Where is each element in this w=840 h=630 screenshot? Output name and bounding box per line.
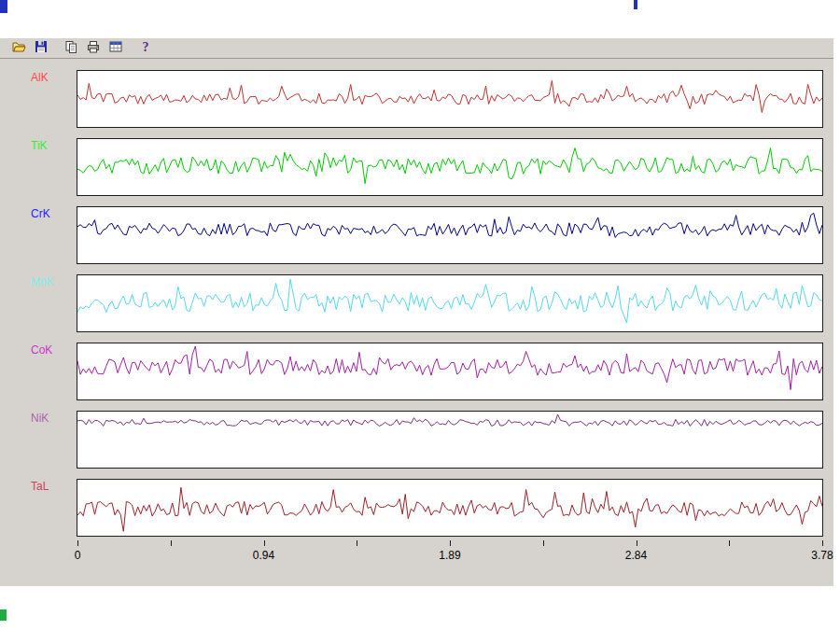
channel-label: TaL bbox=[0, 479, 77, 537]
app-window: ? AlKTiKCrKMnKCoKNiKTaL 00.941.892.843.7… bbox=[0, 0, 840, 630]
x-axis: 00.941.892.843.78 bbox=[77, 539, 822, 570]
channel-trace bbox=[77, 343, 822, 399]
axis-tick bbox=[357, 540, 357, 546]
title-fragment-mark bbox=[634, 0, 637, 9]
channel-label: CrK bbox=[0, 206, 77, 264]
channel-plot bbox=[77, 206, 823, 264]
title-fragment-icon bbox=[0, 0, 7, 13]
print-button[interactable] bbox=[83, 39, 104, 58]
bottom-margin bbox=[0, 586, 833, 630]
right-margin bbox=[833, 0, 840, 630]
channel-trace bbox=[77, 139, 822, 195]
data-table-button[interactable] bbox=[105, 39, 126, 58]
save-button[interactable] bbox=[31, 39, 51, 58]
channel-label: AlK bbox=[0, 70, 77, 128]
toolbar: ? bbox=[0, 37, 833, 59]
chart-panel: AlKTiKCrKMnKCoKNiKTaL 00.941.892.843.78 bbox=[0, 59, 833, 586]
channel-label: MnK bbox=[0, 274, 77, 332]
axis-tick bbox=[264, 540, 265, 546]
copy-icon bbox=[63, 39, 78, 57]
axis-tick bbox=[77, 540, 78, 546]
channel-row: TaL bbox=[0, 479, 823, 537]
svg-text:?: ? bbox=[143, 40, 149, 54]
channel-label: NiK bbox=[0, 411, 77, 469]
copy-button[interactable] bbox=[61, 39, 81, 58]
channel-row: MnK bbox=[0, 274, 823, 332]
axis-tick-label: 3.78 bbox=[811, 549, 833, 562]
axis-tick bbox=[450, 540, 451, 546]
channel-trace bbox=[77, 480, 822, 536]
bottom-fragment-mark bbox=[0, 609, 7, 621]
open-button[interactable] bbox=[8, 39, 29, 58]
axis-tick-label: 0 bbox=[75, 549, 81, 562]
toolbar-separator bbox=[127, 39, 134, 58]
table-icon bbox=[108, 39, 123, 57]
print-icon bbox=[86, 39, 101, 57]
channel-row: NiK bbox=[0, 411, 823, 469]
axis-tick bbox=[729, 540, 730, 546]
axis-tick bbox=[171, 540, 172, 546]
open-folder-icon bbox=[11, 39, 26, 57]
channel-label: TiK bbox=[0, 138, 77, 196]
channel-plot bbox=[77, 479, 823, 537]
help-button[interactable]: ? bbox=[135, 39, 156, 58]
channel-row: AlK bbox=[0, 70, 823, 128]
channel-rows: AlKTiKCrKMnKCoKNiKTaL bbox=[0, 70, 823, 547]
toolbar-separator bbox=[52, 39, 60, 58]
channel-trace bbox=[77, 275, 822, 331]
channel-plot bbox=[77, 274, 823, 332]
save-icon bbox=[34, 39, 49, 57]
channel-trace bbox=[77, 71, 822, 127]
channel-plot bbox=[77, 70, 823, 128]
help-icon: ? bbox=[138, 39, 153, 57]
channel-plot bbox=[77, 411, 823, 469]
channel-plot bbox=[77, 138, 823, 196]
axis-tick-label: 1.89 bbox=[439, 549, 460, 562]
axis-tick-label: 2.84 bbox=[625, 549, 647, 562]
axis-tick-label: 0.94 bbox=[253, 549, 274, 562]
channel-plot bbox=[77, 343, 823, 400]
axis-tick bbox=[543, 540, 544, 546]
channel-row: CoK bbox=[0, 343, 823, 400]
axis-tick bbox=[637, 540, 637, 546]
channel-trace bbox=[77, 412, 822, 468]
title-bar bbox=[0, 0, 840, 37]
channel-trace bbox=[77, 207, 822, 263]
axis-tick bbox=[822, 540, 823, 546]
channel-label: CoK bbox=[0, 343, 77, 400]
channel-row: CrK bbox=[0, 206, 823, 264]
channel-row: TiK bbox=[0, 138, 823, 196]
